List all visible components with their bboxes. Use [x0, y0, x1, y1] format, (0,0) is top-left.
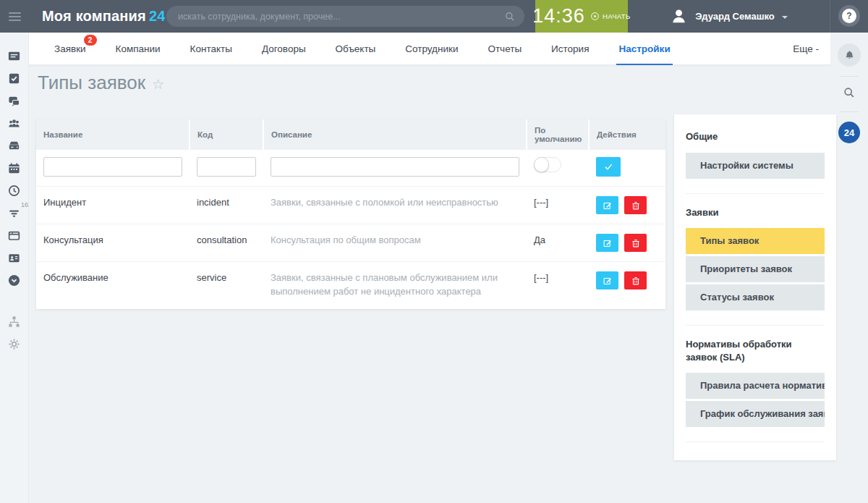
live-feed-icon[interactable] [7, 49, 21, 63]
sites-icon[interactable] [7, 229, 21, 242]
calendar-icon[interactable] [7, 161, 21, 175]
b24-counter-badge[interactable]: 24 [838, 122, 860, 143]
edit-pencil-icon [603, 238, 613, 248]
user-menu[interactable]: Эдуард Семашко [637, 0, 821, 33]
left-rail: 16 [0, 33, 29, 503]
sidebar-item-system-settings[interactable]: Настройки системы [686, 153, 825, 179]
tab-kompanii[interactable]: Компании [116, 43, 161, 54]
search-icon [504, 11, 516, 22]
edit-button[interactable] [596, 271, 618, 289]
sitemap-icon[interactable] [7, 315, 21, 329]
chevron-down-icon [782, 16, 788, 19]
company-logo[interactable]: Моя компания24 [42, 8, 166, 25]
filter-default-toggle[interactable] [534, 157, 561, 172]
row-code: incident [190, 187, 263, 224]
header-name[interactable]: Название [36, 119, 190, 150]
row-description: Заявки, связанные с поломкой или неиспра… [263, 187, 527, 224]
tab-sotrudniki[interactable]: Сотрудники [405, 43, 458, 54]
filter-description-input[interactable] [271, 157, 519, 177]
tab-nastroyki[interactable]: Настройки [618, 43, 670, 54]
tab-obekty[interactable]: Объекты [336, 43, 376, 54]
sidebar-item-request-priorities[interactable]: Приоритеты заявок [686, 256, 825, 282]
global-search-input[interactable] [178, 12, 504, 22]
main-nav: Заявки2 Компании Контакты Договоры Объек… [29, 33, 830, 65]
avatar-icon [670, 7, 688, 25]
crm-funnel-icon[interactable]: 16 [7, 206, 21, 220]
apply-filter-button[interactable] [596, 157, 621, 177]
chat-icon[interactable] [7, 94, 21, 108]
filter-code-input[interactable] [197, 157, 256, 177]
workgroups-icon[interactable] [7, 117, 21, 130]
drive-icon[interactable] [7, 139, 21, 153]
section-title-sla: Нормативы обработки заявок (SLA) [686, 338, 825, 363]
hamburger-menu-icon[interactable] [0, 0, 29, 33]
row-default: [---] [527, 262, 589, 308]
row-default: Да [527, 224, 589, 262]
favorite-star-icon[interactable]: ☆ [152, 76, 164, 93]
sidebar-item-request-types[interactable]: Типы заявок [686, 228, 825, 254]
timer-clock: 14:36 [532, 5, 585, 28]
edit-pencil-icon [603, 276, 613, 286]
rail-divider [840, 76, 859, 77]
section-divider [686, 193, 825, 194]
worktime-timer[interactable]: 14:36 НАЧАТЬ [535, 0, 628, 33]
delete-button[interactable] [624, 196, 647, 214]
check-icon [603, 161, 614, 172]
edit-button[interactable] [596, 234, 618, 252]
notifications-button[interactable] [838, 43, 861, 67]
tasks-icon[interactable] [7, 72, 21, 85]
settings-gear-icon[interactable] [7, 337, 21, 351]
section-title-requests: Заявки [686, 206, 825, 219]
row-code: service [190, 262, 263, 308]
filter-name-input[interactable] [43, 157, 182, 177]
edit-pencil-icon [603, 200, 613, 211]
filter-row [36, 150, 665, 187]
tab-dogovory[interactable]: Договоры [262, 43, 306, 54]
header-actions: Действия [589, 119, 665, 150]
rail-divider [840, 111, 859, 112]
trash-icon [631, 238, 641, 248]
table-header-row: Название Код Описание По умолчанию Дейст… [36, 119, 665, 150]
table-row: Обслуживание service Заявки, связанные с… [36, 262, 665, 308]
topbar-divider [830, 0, 830, 33]
crm-counter-badge: 16 [21, 201, 28, 208]
table-row: Инцидент incident Заявки, связанные с по… [36, 187, 665, 224]
edit-button[interactable] [596, 196, 618, 214]
delete-button[interactable] [624, 271, 647, 289]
row-name: Обслуживание [36, 262, 190, 308]
time-management-icon[interactable] [7, 184, 21, 198]
header-default[interactable]: По умолчанию [527, 119, 589, 150]
app-window: Моя компания24 14:36 НАЧАТЬ Эдуард Семаш… [0, 0, 868, 503]
tab-badge: 2 [84, 35, 97, 46]
section-divider [686, 325, 825, 326]
contacts-card-icon[interactable] [7, 251, 21, 265]
timer-start-button[interactable]: НАЧАТЬ [590, 12, 631, 21]
delete-button[interactable] [624, 234, 647, 252]
brand-name: Моя компания [42, 8, 146, 24]
row-name: Инцидент [36, 187, 190, 224]
row-code: consultation [190, 224, 263, 262]
table-row: Консультация consultation Консультация п… [36, 224, 665, 262]
nav-more-button[interactable]: Еще - [793, 43, 819, 54]
sidebar-item-sla-rules[interactable]: Правила расчета нормативов [686, 373, 825, 399]
tab-istoriya[interactable]: История [551, 43, 589, 54]
sidebar-search-icon[interactable] [843, 86, 856, 102]
tab-kontakty[interactable]: Контакты [190, 43, 232, 54]
header-code[interactable]: Код [190, 119, 263, 150]
trash-icon [631, 276, 641, 286]
trash-icon [631, 200, 641, 211]
tab-otchety[interactable]: Отчеты [488, 43, 522, 54]
right-rail: 24 [830, 33, 868, 503]
row-name: Консультация [36, 224, 190, 262]
settings-sidebar: Общие Настройки системы Заявки Типы заяв… [674, 114, 836, 460]
request-types-table: Название Код Описание По умолчанию Дейст… [36, 119, 665, 309]
sidebar-item-request-statuses[interactable]: Статусы заявок [686, 284, 825, 310]
brand-suffix: 24 [149, 8, 166, 24]
tab-zayavki[interactable]: Заявки2 [54, 43, 86, 54]
help-button[interactable]: ? [838, 5, 860, 27]
sidebar-item-sla-schedule[interactable]: График обслуживания заявок [686, 401, 825, 427]
more-items-icon[interactable] [7, 274, 21, 287]
global-search[interactable] [166, 6, 524, 27]
header-description[interactable]: Описание [263, 119, 527, 150]
row-description: Заявки, связанные с плановым обслуживани… [263, 262, 527, 308]
